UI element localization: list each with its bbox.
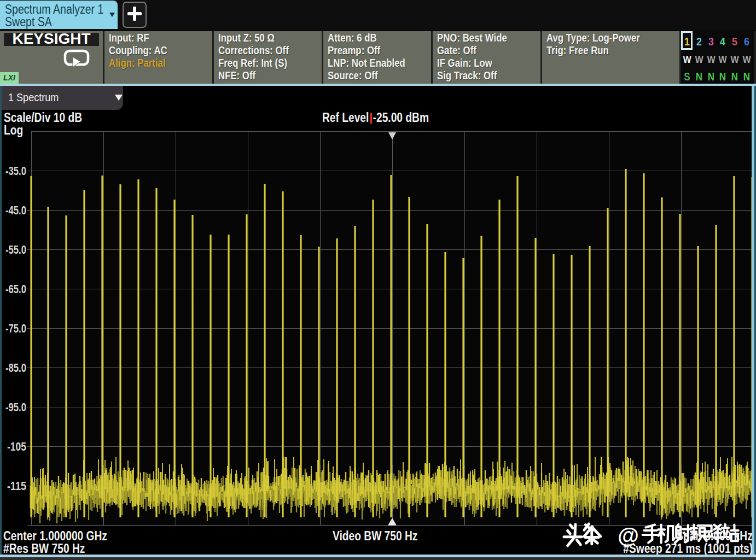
svg-text:-95.0: -95.0 bbox=[5, 400, 26, 414]
svg-text:-65.0: -65.0 bbox=[5, 282, 26, 296]
svg-text:-55.0: -55.0 bbox=[5, 243, 26, 256]
svg-text:-75.0: -75.0 bbox=[5, 322, 26, 335]
svg-text:-115: -115 bbox=[7, 479, 26, 493]
svg-text:-45.0: -45.0 bbox=[5, 203, 26, 217]
svg-text:-85.0: -85.0 bbox=[5, 361, 26, 375]
svg-text:-105: -105 bbox=[7, 440, 26, 453]
svg-text:-35.0: -35.0 bbox=[5, 164, 26, 178]
